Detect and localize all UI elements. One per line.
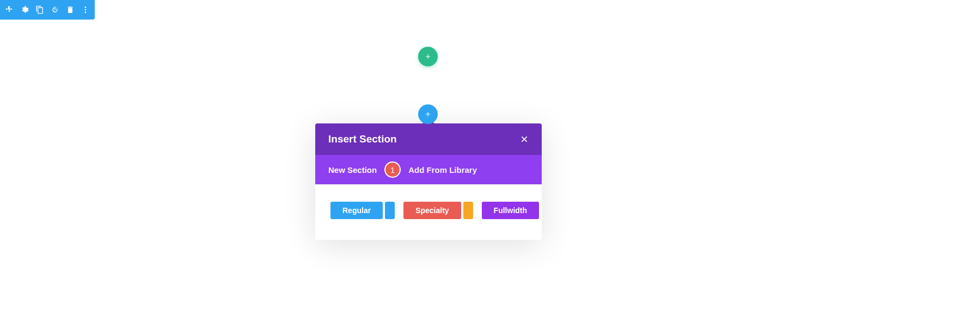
specialty-button-group: Specialty <box>403 202 473 219</box>
insert-section-panel: Insert Section New Section 1 Add From Li… <box>315 123 542 240</box>
duplicate-icon[interactable] <box>35 5 45 15</box>
more-icon[interactable] <box>81 5 90 15</box>
tab-new-section[interactable]: New Section <box>328 165 377 175</box>
panel-title: Insert Section <box>328 133 397 145</box>
close-icon[interactable] <box>520 135 529 144</box>
specialty-button[interactable]: Specialty <box>403 202 461 219</box>
add-section-button[interactable] <box>418 104 438 124</box>
section-toolbar <box>0 0 95 20</box>
fullwidth-button[interactable]: Fullwidth <box>482 202 539 219</box>
trash-icon[interactable] <box>65 5 75 15</box>
regular-dropdown-stub[interactable] <box>385 202 395 219</box>
add-row-button[interactable] <box>418 47 438 66</box>
svg-point-2 <box>85 11 87 13</box>
regular-button-group: Regular <box>330 202 395 219</box>
panel-header: Insert Section <box>315 123 542 155</box>
power-icon[interactable] <box>50 5 60 15</box>
svg-point-0 <box>85 7 87 8</box>
tab-add-from-library[interactable]: Add From Library <box>408 165 477 175</box>
svg-point-1 <box>85 9 87 11</box>
specialty-dropdown-stub[interactable] <box>463 202 473 219</box>
regular-button[interactable]: Regular <box>330 202 383 219</box>
move-icon[interactable] <box>4 5 14 15</box>
panel-tabs: New Section 1 Add From Library <box>315 155 542 184</box>
step-badge: 1 <box>384 161 401 178</box>
gear-icon[interactable] <box>20 5 29 15</box>
panel-body: Regular Specialty Fullwidth <box>315 184 542 240</box>
